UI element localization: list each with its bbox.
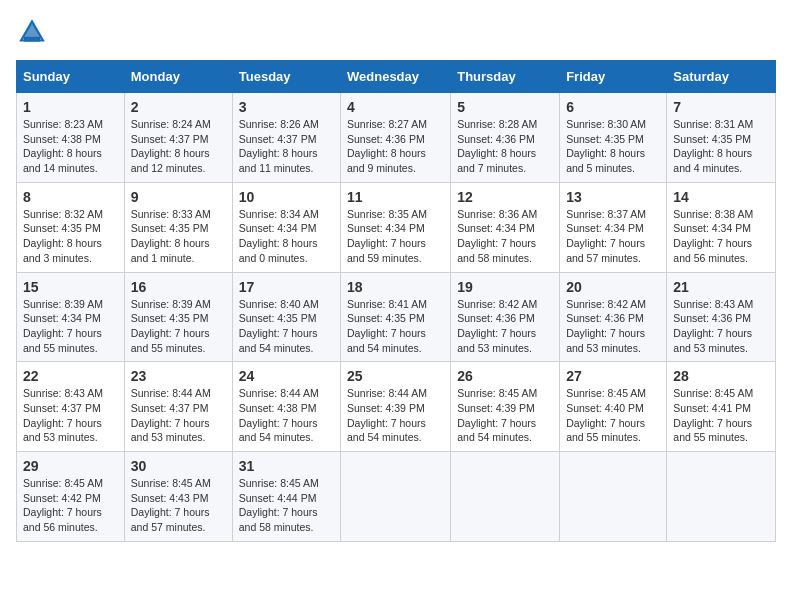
calendar-cell: 27 Sunrise: 8:45 AMSunset: 4:40 PMDaylig… bbox=[560, 362, 667, 452]
calendar-cell: 29 Sunrise: 8:45 AMSunset: 4:42 PMDaylig… bbox=[17, 452, 125, 542]
day-number: 20 bbox=[566, 279, 660, 295]
day-info: Sunrise: 8:42 AMSunset: 4:36 PMDaylight:… bbox=[566, 298, 646, 354]
calendar-cell bbox=[451, 452, 560, 542]
day-info: Sunrise: 8:23 AMSunset: 4:38 PMDaylight:… bbox=[23, 118, 103, 174]
calendar-cell: 19 Sunrise: 8:42 AMSunset: 4:36 PMDaylig… bbox=[451, 272, 560, 362]
calendar-cell: 5 Sunrise: 8:28 AMSunset: 4:36 PMDayligh… bbox=[451, 93, 560, 183]
calendar-cell: 15 Sunrise: 8:39 AMSunset: 4:34 PMDaylig… bbox=[17, 272, 125, 362]
day-info: Sunrise: 8:35 AMSunset: 4:34 PMDaylight:… bbox=[347, 208, 427, 264]
calendar-cell: 11 Sunrise: 8:35 AMSunset: 4:34 PMDaylig… bbox=[341, 182, 451, 272]
day-number: 5 bbox=[457, 99, 553, 115]
day-info: Sunrise: 8:30 AMSunset: 4:35 PMDaylight:… bbox=[566, 118, 646, 174]
calendar-cell: 3 Sunrise: 8:26 AMSunset: 4:37 PMDayligh… bbox=[232, 93, 340, 183]
day-info: Sunrise: 8:27 AMSunset: 4:36 PMDaylight:… bbox=[347, 118, 427, 174]
day-info: Sunrise: 8:40 AMSunset: 4:35 PMDaylight:… bbox=[239, 298, 319, 354]
calendar-cell: 1 Sunrise: 8:23 AMSunset: 4:38 PMDayligh… bbox=[17, 93, 125, 183]
calendar-cell: 10 Sunrise: 8:34 AMSunset: 4:34 PMDaylig… bbox=[232, 182, 340, 272]
day-number: 3 bbox=[239, 99, 334, 115]
day-number: 14 bbox=[673, 189, 769, 205]
day-number: 15 bbox=[23, 279, 118, 295]
day-info: Sunrise: 8:39 AMSunset: 4:34 PMDaylight:… bbox=[23, 298, 103, 354]
calendar-cell: 31 Sunrise: 8:45 AMSunset: 4:44 PMDaylig… bbox=[232, 452, 340, 542]
calendar-cell bbox=[560, 452, 667, 542]
day-info: Sunrise: 8:45 AMSunset: 4:44 PMDaylight:… bbox=[239, 477, 319, 533]
day-info: Sunrise: 8:44 AMSunset: 4:37 PMDaylight:… bbox=[131, 387, 211, 443]
day-number: 4 bbox=[347, 99, 444, 115]
calendar-cell: 2 Sunrise: 8:24 AMSunset: 4:37 PMDayligh… bbox=[124, 93, 232, 183]
calendar-cell: 6 Sunrise: 8:30 AMSunset: 4:35 PMDayligh… bbox=[560, 93, 667, 183]
day-number: 17 bbox=[239, 279, 334, 295]
day-info: Sunrise: 8:45 AMSunset: 4:39 PMDaylight:… bbox=[457, 387, 537, 443]
day-info: Sunrise: 8:28 AMSunset: 4:36 PMDaylight:… bbox=[457, 118, 537, 174]
page-header bbox=[16, 16, 776, 48]
calendar-week-row: 1 Sunrise: 8:23 AMSunset: 4:38 PMDayligh… bbox=[17, 93, 776, 183]
calendar-cell: 21 Sunrise: 8:43 AMSunset: 4:36 PMDaylig… bbox=[667, 272, 776, 362]
calendar-cell: 20 Sunrise: 8:42 AMSunset: 4:36 PMDaylig… bbox=[560, 272, 667, 362]
calendar-week-row: 22 Sunrise: 8:43 AMSunset: 4:37 PMDaylig… bbox=[17, 362, 776, 452]
day-number: 10 bbox=[239, 189, 334, 205]
day-number: 8 bbox=[23, 189, 118, 205]
calendar-header: SundayMondayTuesdayWednesdayThursdayFrid… bbox=[17, 61, 776, 93]
weekday-header-tuesday: Tuesday bbox=[232, 61, 340, 93]
calendar-cell: 18 Sunrise: 8:41 AMSunset: 4:35 PMDaylig… bbox=[341, 272, 451, 362]
calendar-cell: 30 Sunrise: 8:45 AMSunset: 4:43 PMDaylig… bbox=[124, 452, 232, 542]
day-info: Sunrise: 8:43 AMSunset: 4:37 PMDaylight:… bbox=[23, 387, 103, 443]
day-info: Sunrise: 8:42 AMSunset: 4:36 PMDaylight:… bbox=[457, 298, 537, 354]
day-info: Sunrise: 8:45 AMSunset: 4:42 PMDaylight:… bbox=[23, 477, 103, 533]
day-info: Sunrise: 8:38 AMSunset: 4:34 PMDaylight:… bbox=[673, 208, 753, 264]
weekday-header-wednesday: Wednesday bbox=[341, 61, 451, 93]
day-number: 24 bbox=[239, 368, 334, 384]
day-info: Sunrise: 8:36 AMSunset: 4:34 PMDaylight:… bbox=[457, 208, 537, 264]
day-number: 11 bbox=[347, 189, 444, 205]
calendar-cell: 14 Sunrise: 8:38 AMSunset: 4:34 PMDaylig… bbox=[667, 182, 776, 272]
calendar-week-row: 29 Sunrise: 8:45 AMSunset: 4:42 PMDaylig… bbox=[17, 452, 776, 542]
calendar-table: SundayMondayTuesdayWednesdayThursdayFrid… bbox=[16, 60, 776, 542]
day-info: Sunrise: 8:39 AMSunset: 4:35 PMDaylight:… bbox=[131, 298, 211, 354]
day-number: 31 bbox=[239, 458, 334, 474]
day-number: 1 bbox=[23, 99, 118, 115]
day-info: Sunrise: 8:45 AMSunset: 4:41 PMDaylight:… bbox=[673, 387, 753, 443]
day-info: Sunrise: 8:26 AMSunset: 4:37 PMDaylight:… bbox=[239, 118, 319, 174]
day-number: 9 bbox=[131, 189, 226, 205]
calendar-cell: 8 Sunrise: 8:32 AMSunset: 4:35 PMDayligh… bbox=[17, 182, 125, 272]
calendar-cell: 4 Sunrise: 8:27 AMSunset: 4:36 PMDayligh… bbox=[341, 93, 451, 183]
day-info: Sunrise: 8:33 AMSunset: 4:35 PMDaylight:… bbox=[131, 208, 211, 264]
calendar-cell: 17 Sunrise: 8:40 AMSunset: 4:35 PMDaylig… bbox=[232, 272, 340, 362]
calendar-cell: 16 Sunrise: 8:39 AMSunset: 4:35 PMDaylig… bbox=[124, 272, 232, 362]
day-number: 23 bbox=[131, 368, 226, 384]
svg-rect-2 bbox=[24, 37, 40, 42]
day-number: 7 bbox=[673, 99, 769, 115]
day-info: Sunrise: 8:34 AMSunset: 4:34 PMDaylight:… bbox=[239, 208, 319, 264]
weekday-header-row: SundayMondayTuesdayWednesdayThursdayFrid… bbox=[17, 61, 776, 93]
day-number: 19 bbox=[457, 279, 553, 295]
weekday-header-thursday: Thursday bbox=[451, 61, 560, 93]
day-info: Sunrise: 8:32 AMSunset: 4:35 PMDaylight:… bbox=[23, 208, 103, 264]
day-info: Sunrise: 8:41 AMSunset: 4:35 PMDaylight:… bbox=[347, 298, 427, 354]
calendar-cell: 9 Sunrise: 8:33 AMSunset: 4:35 PMDayligh… bbox=[124, 182, 232, 272]
calendar-cell: 25 Sunrise: 8:44 AMSunset: 4:39 PMDaylig… bbox=[341, 362, 451, 452]
calendar-cell: 7 Sunrise: 8:31 AMSunset: 4:35 PMDayligh… bbox=[667, 93, 776, 183]
calendar-cell: 24 Sunrise: 8:44 AMSunset: 4:38 PMDaylig… bbox=[232, 362, 340, 452]
day-number: 2 bbox=[131, 99, 226, 115]
day-number: 28 bbox=[673, 368, 769, 384]
calendar-week-row: 8 Sunrise: 8:32 AMSunset: 4:35 PMDayligh… bbox=[17, 182, 776, 272]
weekday-header-friday: Friday bbox=[560, 61, 667, 93]
weekday-header-monday: Monday bbox=[124, 61, 232, 93]
day-number: 29 bbox=[23, 458, 118, 474]
day-number: 26 bbox=[457, 368, 553, 384]
weekday-header-saturday: Saturday bbox=[667, 61, 776, 93]
calendar-body: 1 Sunrise: 8:23 AMSunset: 4:38 PMDayligh… bbox=[17, 93, 776, 542]
calendar-week-row: 15 Sunrise: 8:39 AMSunset: 4:34 PMDaylig… bbox=[17, 272, 776, 362]
calendar-cell: 23 Sunrise: 8:44 AMSunset: 4:37 PMDaylig… bbox=[124, 362, 232, 452]
day-number: 22 bbox=[23, 368, 118, 384]
day-number: 13 bbox=[566, 189, 660, 205]
day-number: 12 bbox=[457, 189, 553, 205]
calendar-cell: 28 Sunrise: 8:45 AMSunset: 4:41 PMDaylig… bbox=[667, 362, 776, 452]
day-info: Sunrise: 8:45 AMSunset: 4:40 PMDaylight:… bbox=[566, 387, 646, 443]
day-info: Sunrise: 8:37 AMSunset: 4:34 PMDaylight:… bbox=[566, 208, 646, 264]
calendar-cell: 26 Sunrise: 8:45 AMSunset: 4:39 PMDaylig… bbox=[451, 362, 560, 452]
day-number: 6 bbox=[566, 99, 660, 115]
calendar-cell: 12 Sunrise: 8:36 AMSunset: 4:34 PMDaylig… bbox=[451, 182, 560, 272]
day-number: 27 bbox=[566, 368, 660, 384]
day-number: 30 bbox=[131, 458, 226, 474]
